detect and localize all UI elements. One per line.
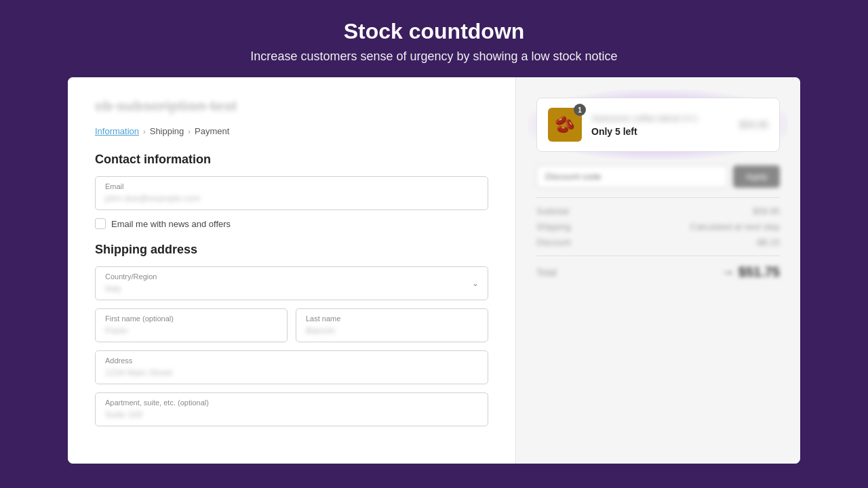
address-label: Address: [105, 357, 478, 365]
country-value: Italy: [105, 283, 121, 293]
email-checkbox[interactable]: [95, 218, 106, 229]
shipping-section-title: Shipping address: [95, 243, 488, 257]
country-group: Country/Region Italy ⌄: [95, 266, 488, 300]
total-row: Total → $51.75: [536, 264, 780, 280]
stock-alert-glow-wrapper: 🫘 1 Awesome coffee blend 3+1 Only 5 left…: [536, 98, 780, 152]
stock-notice: Only 5 left: [591, 126, 730, 137]
breadcrumb-sep-1: ›: [143, 127, 146, 136]
apt-group: Apartment, suite, etc. (optional) Suite …: [95, 392, 488, 426]
apt-label: Apartment, suite, etc. (optional): [105, 399, 478, 407]
breadcrumb-information[interactable]: Information: [95, 126, 139, 136]
first-name-group: First name (optional) Paolo: [95, 308, 288, 342]
address-field[interactable]: Address 1234 Main Street: [95, 350, 488, 384]
apt-value: Suite 100: [105, 409, 142, 420]
page-title: Stock countdown: [14, 19, 854, 44]
email-value: john.doe@example.com: [105, 193, 200, 203]
discount-display-label: Discount: [536, 237, 571, 247]
last-name-value: Bianchi: [306, 325, 335, 336]
product-price: $59.95: [739, 119, 768, 130]
email-field-wrapper[interactable]: Email john.doe@example.com: [95, 176, 488, 210]
shipping-row: Shipping Calculated at next step: [536, 222, 780, 232]
shipping-label: Shipping: [536, 222, 571, 232]
address-group: Address 1234 Main Street: [95, 350, 488, 384]
country-field[interactable]: Country/Region Italy: [95, 266, 488, 300]
last-name-group: Last name Bianchi: [296, 308, 488, 342]
total-label: Total: [536, 267, 557, 278]
discount-display-value: -$8.15: [755, 237, 780, 247]
discount-display-row: Discount -$8.15: [536, 237, 780, 247]
page-header: Stock countdown Increase customers sense…: [0, 0, 868, 77]
subtotal-value: $59.95: [753, 206, 780, 216]
divider-2: [536, 256, 780, 256]
subtotal-row: Subtotal $59.95: [536, 206, 780, 216]
product-name: Awesome coffee blend 3+1: [591, 113, 730, 123]
total-value: → $51.75: [721, 264, 780, 280]
breadcrumb-sep-2: ›: [188, 127, 191, 136]
stock-alert-card: 🫘 1 Awesome coffee blend 3+1 Only 5 left…: [536, 98, 780, 152]
email-checkbox-label: Email me with news and offers: [111, 219, 231, 229]
divider-1: [536, 197, 780, 198]
breadcrumb-payment[interactable]: Payment: [195, 126, 229, 136]
breadcrumb: Information › Shipping › Payment: [95, 126, 488, 136]
address-value: 1234 Main Street: [105, 367, 172, 378]
right-panel: 🫘 1 Awesome coffee blend 3+1 Only 5 left…: [515, 77, 800, 464]
email-group: Email john.doe@example.com: [95, 176, 488, 210]
quantity-badge: 1: [574, 104, 586, 116]
apt-field[interactable]: Apartment, suite, etc. (optional) Suite …: [95, 392, 488, 426]
last-name-label: Last name: [306, 314, 478, 323]
country-select-wrapper: Country/Region Italy ⌄: [95, 266, 488, 300]
email-checkbox-row: Email me with news and offers: [95, 218, 488, 229]
name-row: First name (optional) Paolo Last name Bi…: [95, 308, 488, 350]
left-panel: cb subscription test Information › Shipp…: [68, 77, 515, 464]
discount-row: Apply: [536, 165, 780, 188]
country-label: Country/Region: [105, 272, 478, 281]
first-name-value: Paolo: [105, 325, 127, 336]
shipping-value: Calculated at next step: [690, 222, 780, 232]
discount-input[interactable]: [536, 165, 728, 188]
first-name-label: First name (optional): [105, 314, 277, 323]
contact-section-title: Contact information: [95, 152, 488, 167]
last-name-field[interactable]: Last name Bianchi: [296, 308, 488, 342]
apply-discount-button[interactable]: Apply: [733, 165, 780, 188]
first-name-field[interactable]: First name (optional) Paolo: [95, 308, 288, 342]
subtotal-label: Subtotal: [536, 206, 569, 216]
product-image-wrapper: 🫘 1: [548, 108, 582, 142]
breadcrumb-shipping[interactable]: Shipping: [150, 126, 184, 136]
page-subtitle: Increase customers sense of urgency by s…: [14, 49, 854, 64]
email-label: Email: [105, 182, 478, 190]
product-info: Awesome coffee blend 3+1 Only 5 left: [591, 113, 730, 137]
store-name: cb subscription test: [95, 98, 488, 115]
main-container: cb subscription test Information › Shipp…: [68, 77, 800, 464]
